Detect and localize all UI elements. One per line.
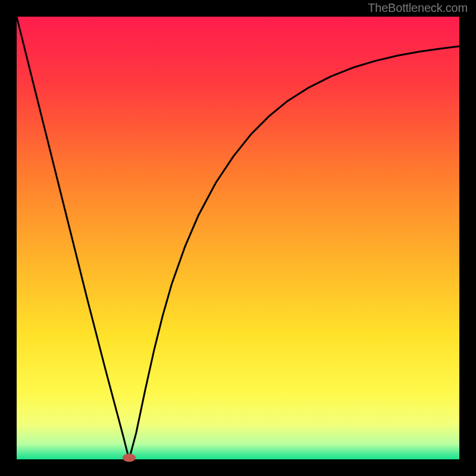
- bottleneck-chart: [0, 0, 476, 476]
- watermark-text: TheBottleneck.com: [368, 1, 468, 15]
- chart-container: TheBottleneck.com: [0, 0, 476, 476]
- plot-area: [17, 17, 459, 459]
- minimum-marker: [123, 453, 136, 462]
